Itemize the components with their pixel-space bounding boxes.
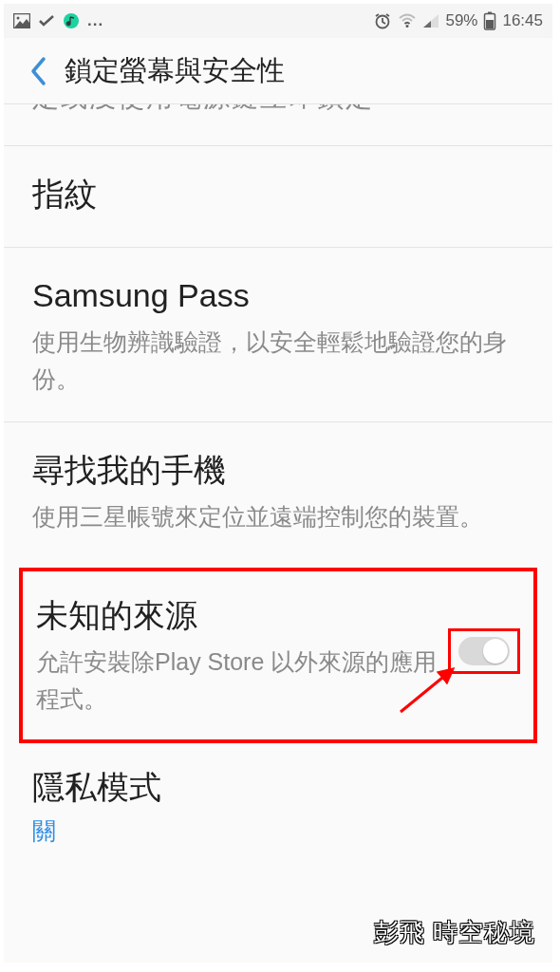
svg-point-3 (67, 22, 70, 25)
image-icon (13, 13, 30, 28)
clipped-row[interactable]: 定或沒使用電源鍵立即鎖定 (4, 104, 552, 146)
music-icon (63, 12, 80, 29)
clipped-text: 定或沒使用電源鍵立即鎖定 (32, 104, 374, 116)
row-find-phone[interactable]: 尋找我的手機 使用三星帳號來定位並遠端控制您的裝置。 (4, 422, 552, 560)
battery-icon (483, 11, 496, 30)
svg-rect-8 (486, 20, 494, 28)
more-icon: ... (87, 11, 103, 30)
svg-point-1 (17, 17, 20, 20)
svg-line-9 (401, 669, 453, 712)
annotation-arrow (391, 660, 467, 720)
watermark: 彭飛 時空秘境 (374, 916, 535, 949)
row-fingerprint[interactable]: 指紋 (4, 146, 552, 248)
svg-point-2 (64, 13, 79, 28)
back-button[interactable] (19, 52, 57, 90)
status-right: 59% 16:45 (373, 11, 543, 30)
row-subtitle: 允許安裝除Play Store 以外來源的應用程式。 (36, 644, 439, 718)
header: 鎖定螢幕與安全性 (4, 38, 552, 104)
chevron-left-icon (28, 55, 48, 87)
status-bar: ... 59% 16:45 (4, 4, 552, 38)
wifi-icon (398, 13, 417, 28)
check-icon (38, 14, 55, 28)
svg-rect-7 (488, 12, 492, 15)
toggle-knob (483, 639, 508, 664)
settings-list: 指紋 Samsung Pass 使用生物辨識驗證，以安全輕鬆地驗證您的身份。 尋… (4, 146, 552, 560)
svg-point-5 (406, 25, 409, 28)
signal-icon (422, 13, 439, 28)
row-private-mode[interactable]: 隱私模式 關 (4, 757, 552, 852)
row-title: 未知的來源 (36, 594, 439, 638)
status-left: ... (13, 11, 103, 30)
clock-text: 16:45 (502, 11, 543, 30)
row-title: 尋找我的手機 (32, 449, 524, 493)
row-status: 關 (32, 815, 524, 847)
alarm-icon (373, 11, 392, 30)
highlight-box: 未知的來源 允許安裝除Play Store 以外來源的應用程式。 (19, 568, 537, 743)
page-title: 鎖定螢幕與安全性 (65, 52, 285, 90)
row-title: 指紋 (32, 173, 524, 216)
row-subtitle: 使用三星帳號來定位並遠端控制您的裝置。 (32, 498, 524, 535)
row-title: 隱私模式 (32, 766, 524, 810)
row-samsung-pass[interactable]: Samsung Pass 使用生物辨識驗證，以安全輕鬆地驗證您的身份。 (4, 248, 552, 422)
row-subtitle: 使用生物辨識驗證，以安全輕鬆地驗證您的身份。 (32, 324, 524, 398)
battery-percent: 59% (445, 11, 477, 30)
row-title: Samsung Pass (32, 274, 524, 318)
